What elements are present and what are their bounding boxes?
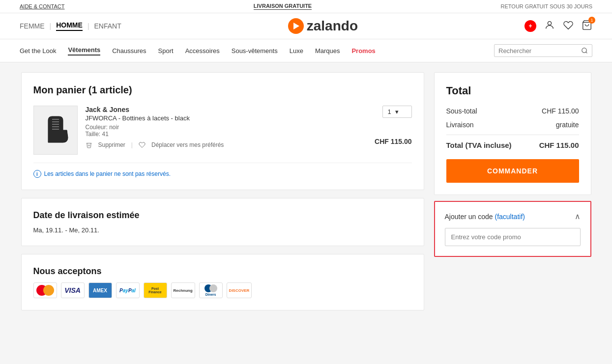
promo-section: Ajouter un code (facultatif) ∧ <box>434 201 591 257</box>
save-button[interactable]: Déplacer vers mes préférés <box>151 141 224 148</box>
nav-sous-vetements[interactable]: Sous-vêtements <box>232 47 278 55</box>
search-input[interactable] <box>498 47 578 55</box>
promo-optional: (facultatif) <box>495 213 525 221</box>
subtotal-value: CHF 115.00 <box>542 107 579 115</box>
account-icon[interactable] <box>544 20 555 33</box>
pay-discover: DISCOVER <box>227 282 252 298</box>
info-icon: i <box>33 170 41 178</box>
action-separator: | <box>131 141 133 148</box>
logo-area: zalando <box>131 18 515 34</box>
delivery-row: Livraison gratuite <box>446 121 579 129</box>
nav-homme[interactable]: HOMME <box>56 21 83 31</box>
search-area[interactable] <box>494 44 592 57</box>
paypal-a: ay <box>123 288 128 293</box>
payment-section: Nous acceptons VISA AMEX PayPal <box>21 254 424 310</box>
nav-get-the-look[interactable]: Get the Look <box>20 47 56 55</box>
total-title: Total <box>446 84 579 97</box>
pay-rechnung: Rechnung <box>171 282 195 298</box>
gender-nav: FEMME | HOMME | ENFANT <box>20 21 121 31</box>
postfinance-label: Post <box>151 287 159 290</box>
quantity-dropdown[interactable]: 1 ▾ <box>382 106 412 118</box>
boot-image <box>38 111 73 150</box>
item-right: 1 ▾ CHF 115.00 <box>375 106 411 145</box>
zalando-logo[interactable]: zalando <box>288 18 358 34</box>
payment-icons: VISA AMEX PayPal Post Finance Rechnung <box>33 282 412 298</box>
delete-icon <box>86 141 92 148</box>
pay-visa: VISA <box>61 282 85 298</box>
divider-2: | <box>87 22 89 30</box>
free-return-banner: RETOUR GRATUIT SOUS 30 JOURS <box>501 3 592 9</box>
svg-point-2 <box>582 48 586 53</box>
pay-amex: AMEX <box>88 282 112 298</box>
paypal-p2: P <box>128 288 132 293</box>
free-delivery-banner: LIVRAISON GRATUITE <box>254 3 312 10</box>
nav-bar: Get the Look Vêtements Chaussures Sport … <box>0 39 612 62</box>
payment-title: Nous acceptons <box>33 266 412 277</box>
mc-orange-circle <box>43 285 54 296</box>
pay-postfinance: Post Finance <box>144 282 167 298</box>
wishlist-icon[interactable] <box>563 20 574 33</box>
nav-luxe[interactable]: Luxe <box>290 47 303 55</box>
left-panel: Mon panier (1 article) <box>21 72 424 310</box>
mc-circles <box>36 285 54 296</box>
promo-header[interactable]: Ajouter un code (facultatif) ∧ <box>445 212 581 221</box>
total-final: Total (TVA incluse) CHF 115.00 <box>446 141 579 149</box>
cart-badge: 1 <box>588 17 595 24</box>
total-section: Total Sous-total CHF 115.00 Livraison gr… <box>434 72 591 195</box>
search-icon <box>581 47 588 55</box>
nav-femme[interactable]: FEMME <box>20 22 45 30</box>
cart-section: Mon panier (1 article) <box>21 72 424 190</box>
main-content: Mon panier (1 article) <box>11 72 601 310</box>
promo-chevron: ∧ <box>575 212 581 221</box>
pay-diners: Diners <box>199 282 223 298</box>
nav-sport[interactable]: Sport <box>158 47 174 55</box>
item-size: Taille: 41 <box>86 131 367 138</box>
item-name: JFWORCA - Bottines à lacets - black <box>86 114 367 122</box>
aide-contact-link[interactable]: AIDE & CONTACT <box>20 3 64 9</box>
nav-enfant[interactable]: ENFANT <box>94 22 121 30</box>
commander-button[interactable]: COMMANDER <box>446 159 579 183</box>
nav-accessoires[interactable]: Accessoires <box>185 47 220 55</box>
header-icons: + 1 <box>525 20 592 33</box>
divider-1: | <box>50 22 52 30</box>
info-note: i Les articles dans le panier ne sont pa… <box>33 170 412 178</box>
save-icon <box>139 141 146 148</box>
cart-title: Mon panier (1 article) <box>33 84 412 96</box>
paypal-p: P <box>119 288 123 293</box>
pay-paypal: PayPal <box>116 282 140 298</box>
subtotal-row: Sous-total CHF 115.00 <box>446 107 579 115</box>
subtotal-label: Sous-total <box>446 107 477 115</box>
svg-line-3 <box>586 52 587 54</box>
total-final-value: CHF 115.00 <box>539 141 579 149</box>
delete-button[interactable]: Supprimer <box>98 141 125 148</box>
item-price: CHF 115.00 <box>375 138 411 145</box>
svg-point-0 <box>548 21 551 25</box>
promo-header-text: Ajouter un code (facultatif) <box>445 213 525 221</box>
nav-promos[interactable]: Promos <box>351 47 375 55</box>
promo-code-input[interactable] <box>445 228 581 246</box>
header: FEMME | HOMME | ENFANT zalando + 1 <box>0 13 612 39</box>
total-divider <box>446 135 579 135</box>
delivery-label: Livraison <box>446 121 474 129</box>
item-actions: Supprimer | Déplacer vers mes préférés <box>86 141 367 148</box>
dropdown-chevron: ▾ <box>395 108 399 115</box>
paypal-al: al <box>132 288 136 293</box>
right-panel: Total Sous-total CHF 115.00 Livraison gr… <box>434 72 591 257</box>
country-flag[interactable]: + <box>525 20 536 32</box>
nav-marques[interactable]: Marques <box>315 47 340 55</box>
promo-label: Ajouter un code <box>445 213 493 221</box>
cart-icon[interactable]: 1 <box>582 20 592 33</box>
delivery-title: Date de livraison estimée <box>33 210 412 221</box>
delivery-date: Ma, 19.11. - Me, 20.11. <box>33 226 412 234</box>
total-final-label: Total (TVA incluse) <box>446 141 512 149</box>
item-image <box>33 106 78 155</box>
logo-play-icon <box>288 18 304 34</box>
diners-label: Diners <box>205 293 216 296</box>
logo-text: zalando <box>307 18 358 34</box>
postfinance-label2: Finance <box>148 290 161 294</box>
nav-chaussures[interactable]: Chaussures <box>112 47 146 55</box>
quantity-value: 1 <box>388 108 391 115</box>
pay-mastercard <box>33 282 57 298</box>
delivery-section: Date de livraison estimée Ma, 19.11. - M… <box>21 198 424 246</box>
nav-vetements[interactable]: Vêtements <box>68 46 100 56</box>
